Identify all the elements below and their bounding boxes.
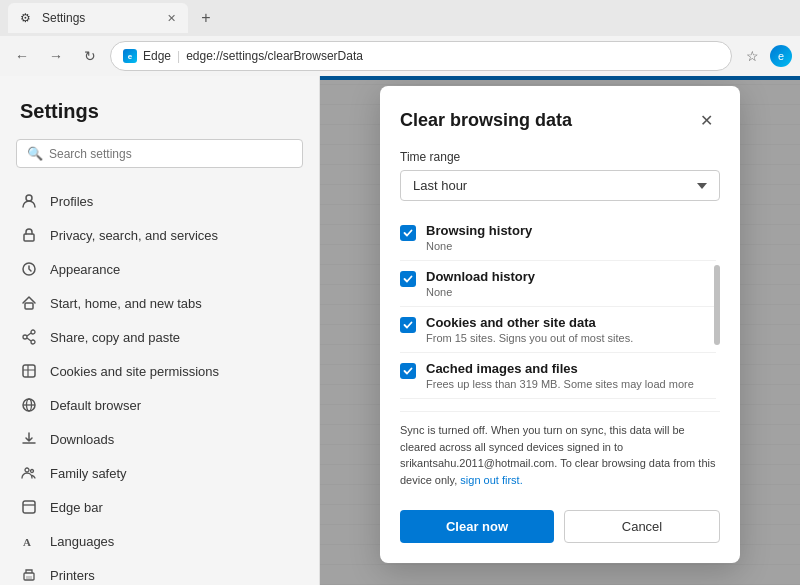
- address-edge-label: Edge: [143, 49, 171, 63]
- browsing-history-subtitle: None: [426, 240, 716, 252]
- svg-text:A: A: [23, 536, 31, 548]
- browser-chrome: ⚙ Settings ✕ + ← → ↻ e Edge | edge://set…: [0, 0, 800, 76]
- download-history-subtitle: None: [426, 286, 716, 298]
- modal-header: Clear browsing data ✕: [400, 106, 720, 134]
- address-url: edge://settings/clearBrowserData: [186, 49, 363, 63]
- search-icon: 🔍: [27, 146, 43, 161]
- profiles-label: Profiles: [50, 194, 93, 209]
- download-history-title: Download history: [426, 269, 716, 284]
- family-label: Family safety: [50, 466, 127, 481]
- modal-actions: Clear now Cancel: [400, 510, 720, 543]
- edge-bar-icon: [20, 498, 38, 516]
- browsing-history-item: Browsing history None: [400, 215, 716, 261]
- settings-tab-icon: ⚙: [20, 11, 34, 25]
- sync-notice: Sync is turned off. When you turn on syn…: [400, 411, 720, 498]
- svg-rect-3: [25, 303, 33, 309]
- start-home-label: Start, home, and new tabs: [50, 296, 202, 311]
- printers-label: Printers: [50, 568, 95, 583]
- cached-item: Cached images and files Frees up less th…: [400, 353, 716, 399]
- appearance-label: Appearance: [50, 262, 120, 277]
- privacy-label: Privacy, search, and services: [50, 228, 218, 243]
- svg-point-5: [31, 340, 35, 344]
- default-browser-icon: [20, 396, 38, 414]
- download-history-item: Download history None: [400, 261, 716, 307]
- sidebar-item-appearance[interactable]: Appearance: [0, 252, 319, 286]
- share-label: Share, copy and paste: [50, 330, 180, 345]
- svg-point-11: [31, 470, 34, 473]
- privacy-icon: [20, 226, 38, 244]
- address-separator: |: [177, 49, 180, 63]
- profile-btn[interactable]: e: [770, 45, 792, 67]
- sidebar-item-default-browser[interactable]: Default browser: [0, 388, 319, 422]
- sidebar-item-privacy[interactable]: Privacy, search, and services: [0, 218, 319, 252]
- cookies-label: Cookies and other site data From 15 site…: [426, 315, 716, 344]
- browsing-history-title: Browsing history: [426, 223, 716, 238]
- cancel-btn[interactable]: Cancel: [564, 510, 720, 543]
- sidebar-item-share[interactable]: Share, copy and paste: [0, 320, 319, 354]
- edge-bar-label: Edge bar: [50, 500, 103, 515]
- cookies-checkbox[interactable]: [400, 317, 416, 333]
- cookies-title: Cookies and other site data: [426, 315, 716, 330]
- svg-rect-12: [23, 501, 35, 513]
- svg-point-6: [23, 335, 27, 339]
- content-area: Clear browsing data ✕ Time range Last ho…: [320, 76, 800, 585]
- cookies-item: Cookies and other site data From 15 site…: [400, 307, 716, 353]
- browsing-history-label: Browsing history None: [426, 223, 716, 252]
- cookies-icon: [20, 362, 38, 380]
- sign-out-link[interactable]: sign out first.: [460, 474, 522, 486]
- languages-icon: A: [20, 532, 38, 550]
- download-history-checkbox[interactable]: [400, 271, 416, 287]
- modal-overlay: Clear browsing data ✕ Time range Last ho…: [320, 76, 800, 585]
- back-btn[interactable]: ←: [8, 42, 36, 70]
- sidebar-item-downloads[interactable]: Downloads: [0, 422, 319, 456]
- nav-bar: ← → ↻ e Edge | edge://settings/clearBrow…: [0, 36, 800, 76]
- refresh-btn[interactable]: ↻: [76, 42, 104, 70]
- cookies-subtitle: From 15 sites. Signs you out of most sit…: [426, 332, 716, 344]
- browsing-history-checkbox[interactable]: [400, 225, 416, 241]
- downloads-icon: [20, 430, 38, 448]
- start-home-icon: [20, 294, 38, 312]
- modal-close-btn[interactable]: ✕: [692, 106, 720, 134]
- search-input[interactable]: [49, 147, 292, 161]
- sidebar-item-family[interactable]: Family safety: [0, 456, 319, 490]
- modal-title: Clear browsing data: [400, 110, 572, 131]
- clear-browsing-data-modal: Clear browsing data ✕ Time range Last ho…: [380, 86, 740, 563]
- tab-close-btn[interactable]: ✕: [167, 12, 176, 25]
- sidebar-item-cookies[interactable]: Cookies and site permissions: [0, 354, 319, 388]
- share-icon: [20, 328, 38, 346]
- profiles-icon: [20, 192, 38, 210]
- tab-title: Settings: [42, 11, 85, 25]
- sidebar: Settings 🔍 Profiles Privacy, search, and…: [0, 76, 320, 585]
- edge-favicon: e: [123, 49, 137, 63]
- data-options-list: Browsing history None Download history N…: [400, 215, 720, 399]
- cached-checkbox[interactable]: [400, 363, 416, 379]
- scrollbar-thumb: [714, 265, 720, 345]
- new-tab-btn[interactable]: +: [192, 4, 220, 32]
- sidebar-item-profiles[interactable]: Profiles: [0, 184, 319, 218]
- svg-rect-15: [26, 576, 32, 579]
- sync-notice-text: Sync is turned off. When you turn on syn…: [400, 424, 715, 486]
- svg-point-4: [31, 330, 35, 334]
- svg-point-0: [26, 195, 32, 201]
- cookies-label: Cookies and site permissions: [50, 364, 219, 379]
- forward-btn[interactable]: →: [42, 42, 70, 70]
- default-browser-label: Default browser: [50, 398, 141, 413]
- active-tab[interactable]: ⚙ Settings ✕: [8, 3, 188, 33]
- time-range-select[interactable]: Last hour Last 24 hours Last 7 days Last…: [400, 170, 720, 201]
- appearance-icon: [20, 260, 38, 278]
- printers-icon: [20, 566, 38, 584]
- search-box[interactable]: 🔍: [16, 139, 303, 168]
- sidebar-item-printers[interactable]: Printers: [0, 558, 319, 585]
- sidebar-item-edge-bar[interactable]: Edge bar: [0, 490, 319, 524]
- svg-rect-1: [24, 234, 34, 241]
- nav-right-buttons: ☆ e: [738, 42, 792, 70]
- favorites-btn[interactable]: ☆: [738, 42, 766, 70]
- sidebar-item-languages[interactable]: A Languages: [0, 524, 319, 558]
- languages-label: Languages: [50, 534, 114, 549]
- sidebar-title: Settings: [0, 92, 319, 139]
- download-history-label: Download history None: [426, 269, 716, 298]
- address-bar[interactable]: e Edge | edge://settings/clearBrowserDat…: [110, 41, 732, 71]
- sidebar-item-start-home[interactable]: Start, home, and new tabs: [0, 286, 319, 320]
- clear-now-btn[interactable]: Clear now: [400, 510, 554, 543]
- main-area: Settings 🔍 Profiles Privacy, search, and…: [0, 76, 800, 585]
